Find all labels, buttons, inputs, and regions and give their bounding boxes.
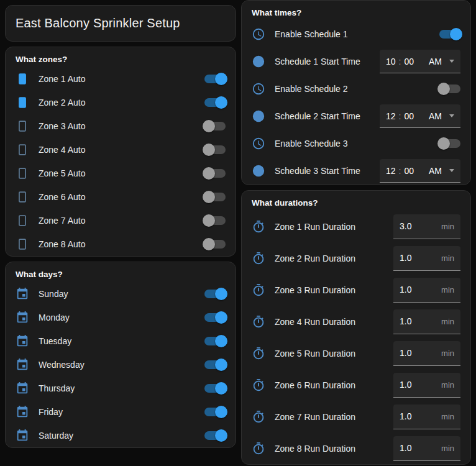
days-section-header: What days? [6, 262, 236, 282]
zone-4-duration-input[interactable]: 1.0 min [393, 309, 460, 334]
zone-8-duration-input[interactable]: 1.0 min [393, 436, 460, 461]
duration-row: Zone 1 Run Duration 3.0 min [242, 211, 470, 242]
enable-schedule-2-toggle[interactable] [439, 85, 460, 93]
toggle-thumb [437, 137, 450, 150]
toggle-thumb [215, 73, 227, 85]
clock-filled-icon [252, 55, 265, 68]
enable-schedule-3-toggle[interactable] [439, 139, 460, 148]
wednesday-toggle[interactable] [204, 360, 226, 369]
zone-5-toggle[interactable] [204, 169, 226, 178]
left-column: East Balcony Sprinkler Setup What zones?… [5, 0, 236, 448]
enable-schedule-row: Enable Schedule 2 [242, 75, 470, 103]
duration-row: Zone 6 Run Duration 1.0 min [242, 369, 470, 401]
day-row: Saturday [6, 424, 236, 447]
zone-1-duration-input[interactable]: 3.0 min [393, 214, 460, 239]
enable-schedule-label: Enable Schedule 3 [275, 139, 348, 148]
dropdown-caret-icon[interactable] [449, 60, 454, 63]
toggle-thumb [215, 429, 227, 442]
duration-row: Zone 5 Run Duration 1.0 min [242, 337, 470, 369]
clock-filled-icon [252, 164, 265, 178]
hour-input[interactable]: 12 [386, 111, 396, 121]
clock-outline-icon [252, 137, 265, 150]
day-label: Thursday [39, 383, 75, 393]
schedule-2-time-input[interactable]: 12 : 00 AM [380, 104, 460, 128]
duration-value[interactable]: 3.0 [400, 221, 411, 231]
hour-input[interactable]: 12 [386, 166, 396, 176]
zone-2-toggle[interactable] [204, 98, 226, 107]
ampm-select[interactable]: AM [429, 166, 442, 176]
duration-label: Zone 6 Run Duration [275, 380, 355, 390]
saturday-toggle[interactable] [204, 431, 226, 440]
toggle-thumb [437, 83, 450, 95]
clock-filled-icon [252, 109, 265, 123]
duration-row: Zone 8 Run Duration 1.0 min [242, 432, 470, 464]
zone-row: Zone 7 Auto [6, 209, 236, 232]
duration-value[interactable]: 1.0 [400, 348, 411, 358]
start-time-row: Schedule 1 Start Time 10 : 00 AM [242, 48, 470, 75]
duration-label: Zone 4 Run Duration [275, 317, 355, 327]
page: East Balcony Sprinkler Setup What zones?… [0, 0, 476, 465]
sprinkler-zone-icon [16, 96, 29, 109]
zone-4-toggle[interactable] [204, 145, 226, 154]
zone-3-duration-input[interactable]: 1.0 min [393, 278, 460, 303]
schedule-1-time-input[interactable]: 10 : 00 AM [380, 50, 460, 73]
zone-row: Zone 4 Auto [6, 138, 236, 162]
monday-toggle[interactable] [204, 313, 226, 322]
zone-5-duration-input[interactable]: 1.0 min [393, 341, 460, 366]
timer-icon [252, 283, 265, 297]
duration-value[interactable]: 1.0 [400, 285, 411, 295]
timer-icon [252, 220, 265, 234]
page-title: East Balcony Sprinkler Setup [16, 16, 226, 30]
zone-1-toggle[interactable] [204, 75, 226, 83]
tuesday-toggle[interactable] [204, 337, 226, 345]
zone-7-duration-input[interactable]: 1.0 min [393, 404, 460, 429]
zone-label: Zone 2 Auto [39, 98, 86, 107]
duration-value[interactable]: 1.0 [400, 380, 411, 390]
zone-3-toggle[interactable] [204, 122, 226, 130]
zone-6-toggle[interactable] [204, 193, 226, 201]
clock-outline-icon [252, 27, 265, 41]
zone-6-duration-input[interactable]: 1.0 min [393, 373, 460, 398]
duration-value[interactable]: 1.0 [400, 253, 411, 263]
hour-input[interactable]: 10 [386, 57, 396, 66]
calendar-icon [16, 358, 29, 372]
toggle-thumb [203, 120, 215, 132]
enable-schedule-1-toggle[interactable] [439, 30, 460, 39]
zone-7-toggle[interactable] [204, 216, 226, 225]
duration-value[interactable]: 1.0 [400, 411, 411, 421]
minute-input[interactable]: 00 [404, 166, 414, 176]
day-label: Wednesday [39, 360, 85, 370]
duration-unit: min [441, 317, 454, 326]
duration-label: Zone 8 Run Duration [275, 444, 355, 454]
toggle-thumb [215, 359, 227, 371]
zone-8-toggle[interactable] [204, 240, 226, 249]
thursday-toggle[interactable] [204, 384, 226, 393]
friday-toggle[interactable] [204, 408, 226, 416]
sprinkler-zone-icon [16, 237, 29, 251]
timer-icon [252, 410, 265, 424]
zone-2-duration-input[interactable]: 1.0 min [393, 246, 460, 271]
sprinkler-zone-icon [16, 190, 29, 204]
timer-icon [252, 378, 265, 392]
duration-unit: min [441, 254, 454, 263]
sunday-toggle[interactable] [204, 290, 226, 298]
calendar-icon [16, 381, 29, 395]
day-label: Tuesday [39, 336, 71, 346]
duration-label: Zone 2 Run Duration [275, 254, 355, 263]
toggle-thumb [215, 406, 227, 418]
zone-row: Zone 1 Auto [6, 67, 236, 91]
dropdown-caret-icon[interactable] [449, 114, 454, 117]
zone-label: Zone 4 Auto [39, 145, 86, 155]
minute-input[interactable]: 00 [404, 57, 414, 66]
duration-unit: min [441, 444, 454, 453]
zone-label: Zone 1 Auto [39, 74, 86, 84]
schedule-3-time-input[interactable]: 12 : 00 AM [380, 159, 460, 183]
duration-value[interactable]: 1.0 [400, 443, 411, 453]
zones-card: What zones? Zone 1 Auto Zone 2 Auto Zone… [5, 47, 236, 257]
minute-input[interactable]: 00 [404, 111, 414, 121]
ampm-select[interactable]: AM [429, 111, 442, 121]
duration-value[interactable]: 1.0 [400, 316, 411, 326]
dropdown-caret-icon[interactable] [449, 169, 454, 172]
duration-row: Zone 7 Run Duration 1.0 min [242, 401, 470, 432]
ampm-select[interactable]: AM [429, 57, 442, 66]
